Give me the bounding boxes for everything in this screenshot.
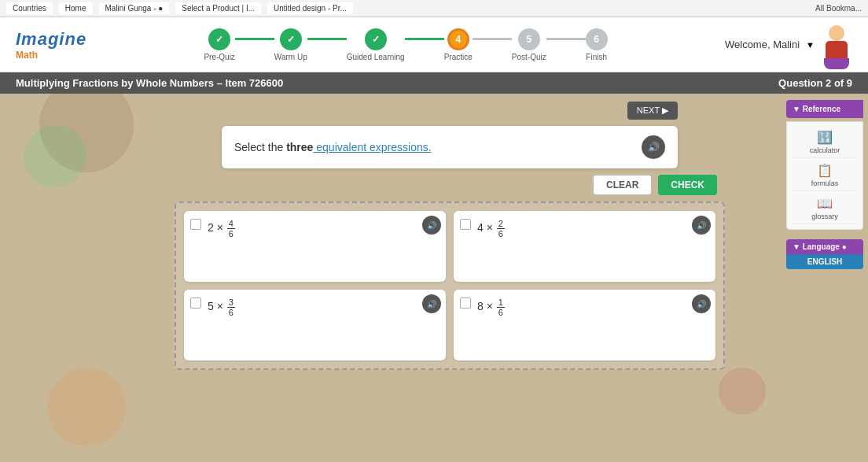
welcome-area: Welcome, Malini ▼: [725, 25, 852, 65]
step-line-4: [473, 38, 512, 40]
step-line-5: [546, 38, 586, 40]
header: Imagine Math ✓ Pre-Quiz ✓ Warm Up ✓ Guid…: [0, 17, 868, 72]
option-2[interactable]: 4 × 26 🔊: [454, 211, 715, 282]
option-4-checkbox[interactable]: [460, 298, 471, 309]
clear-button[interactable]: CLEAR: [593, 175, 652, 195]
step-circle-pre-quiz: ✓: [208, 28, 230, 50]
calculator-icon: 🔢: [817, 130, 833, 145]
reference-panel[interactable]: ▼ Reference: [786, 100, 863, 118]
step-circle-practice: 4: [447, 28, 469, 50]
step-pre-quiz[interactable]: ✓ Pre-Quiz: [204, 28, 234, 61]
step-label-guided: Guided Learning: [347, 53, 405, 61]
content-area: NEXT ▶ Select the three equivalent expre…: [0, 94, 868, 462]
glossary-item[interactable]: 📖 glossary: [792, 193, 858, 224]
speaker-icon: 🔊: [648, 142, 660, 153]
step-circle-warm-up: ✓: [280, 28, 302, 50]
step-label-finish: Finish: [586, 53, 607, 61]
option-1-expression: 2 × 46: [208, 217, 235, 238]
option-1[interactable]: 2 × 46 🔊: [184, 211, 446, 282]
browser-tab[interactable]: Untitled design - Pr...: [267, 2, 353, 14]
glossary-label: glossary: [811, 213, 838, 220]
speaker-icon: 🔊: [697, 300, 706, 309]
question-card: Select the three equivalent expressions.…: [222, 126, 678, 168]
calculator-item[interactable]: 🔢 calculator: [792, 127, 858, 158]
lesson-title: Multiplying Fractions by Whole Numbers –…: [16, 77, 283, 89]
step-line-2: [307, 38, 347, 40]
progress-bar: ✓ Pre-Quiz ✓ Warm Up ✓ Guided Learning 4…: [86, 28, 725, 61]
glossary-icon: 📖: [817, 196, 833, 211]
step-guided[interactable]: ✓ Guided Learning: [347, 28, 405, 61]
audio-button[interactable]: 🔊: [642, 135, 665, 159]
option-3-audio-btn[interactable]: 🔊: [422, 294, 441, 313]
step-post-quiz[interactable]: 5 Post-Quiz: [512, 28, 546, 61]
options-grid: 2 × 46 🔊 4 × 26 🔊: [184, 211, 715, 360]
right-sidebar: ▼ Reference 🔢 calculator 📋 formulas 📖 gl…: [782, 94, 868, 462]
logo-math: Math: [16, 50, 86, 61]
step-label-post-quiz: Post-Quiz: [512, 53, 546, 61]
language-panel: ▼ Language ● ENGLISH: [786, 239, 863, 269]
option-3[interactable]: 5 × 36 🔊: [184, 290, 446, 360]
option-2-expression: 4 × 26: [477, 217, 505, 238]
step-label-pre-quiz: Pre-Quiz: [204, 53, 234, 61]
step-circle-finish: 6: [586, 28, 608, 50]
question-text: Select the three equivalent expressions.: [234, 141, 432, 153]
question-emphasis: equivalent expressions.: [313, 141, 431, 153]
avatar-head: [829, 25, 844, 41]
option-3-checkbox[interactable]: [190, 298, 201, 309]
formulas-label: formulas: [811, 179, 839, 187]
title-bar: Multiplying Fractions by Whole Numbers –…: [0, 72, 868, 94]
step-label-warm-up: Warm Up: [274, 53, 307, 61]
option-1-checkbox[interactable]: [190, 219, 201, 230]
formulas-item[interactable]: 📋 formulas: [792, 160, 858, 191]
speaker-icon: 🔊: [427, 221, 436, 230]
step-circle-guided: ✓: [365, 28, 387, 50]
option-3-expression: 5 × 36: [208, 296, 235, 317]
calculator-label: calculator: [810, 146, 840, 154]
step-line-1: [235, 38, 274, 40]
language-header[interactable]: ▼ Language ●: [786, 239, 863, 254]
step-label-practice: Practice: [444, 53, 473, 61]
avatar: [821, 25, 852, 65]
speaker-icon: 🔊: [427, 300, 436, 309]
browser-tab[interactable]: Home: [59, 2, 93, 14]
step-finish[interactable]: 6 Finish: [586, 28, 608, 61]
english-button[interactable]: ENGLISH: [786, 254, 863, 269]
browser-tab[interactable]: Malini Gunga - ●: [99, 2, 170, 14]
browser-tab[interactable]: Select a Product | I...: [175, 2, 261, 14]
step-practice[interactable]: 4 Practice: [444, 28, 473, 61]
step-line-3: [405, 38, 444, 40]
option-2-checkbox[interactable]: [460, 219, 471, 230]
dropdown-arrow-icon[interactable]: ▼: [806, 40, 815, 50]
option-4-expression: 8 × 16: [477, 296, 505, 317]
welcome-text: Welcome, Malini: [725, 39, 800, 50]
browser-bar: Countries Home Malini Gunga - ● Select a…: [0, 0, 868, 17]
formulas-icon: 📋: [817, 163, 833, 178]
options-area: 2 × 46 🔊 4 × 26 🔊: [175, 201, 725, 370]
step-circle-post-quiz: 5: [518, 28, 540, 50]
main-content: NEXT ▶ Select the three equivalent expre…: [0, 94, 868, 462]
reference-items: 🔢 calculator 📋 formulas 📖 glossary: [786, 121, 863, 230]
logo-imagine: Imagine: [16, 29, 86, 50]
step-warm-up[interactable]: ✓ Warm Up: [274, 28, 307, 61]
option-1-audio-btn[interactable]: 🔊: [422, 216, 441, 235]
bookmarks-label: All Bookma...: [815, 4, 862, 13]
next-button[interactable]: NEXT ▶: [627, 102, 678, 120]
speaker-icon: 🔊: [697, 221, 706, 230]
app-container: Imagine Math ✓ Pre-Quiz ✓ Warm Up ✓ Guid…: [0, 17, 868, 462]
check-button[interactable]: CHECK: [658, 175, 717, 195]
option-4-audio-btn[interactable]: 🔊: [692, 294, 711, 313]
avatar-body: [826, 41, 848, 58]
next-btn-row: NEXT ▶: [222, 102, 678, 120]
question-number: Question 2 of 9: [778, 77, 852, 89]
option-2-audio-btn[interactable]: 🔊: [692, 216, 711, 235]
browser-tab[interactable]: Countries: [6, 2, 53, 14]
option-4[interactable]: 8 × 16 🔊: [454, 290, 715, 360]
logo-area: Imagine Math: [16, 29, 86, 61]
action-row: CLEAR CHECK: [182, 175, 717, 195]
avatar-skirt: [824, 58, 849, 69]
